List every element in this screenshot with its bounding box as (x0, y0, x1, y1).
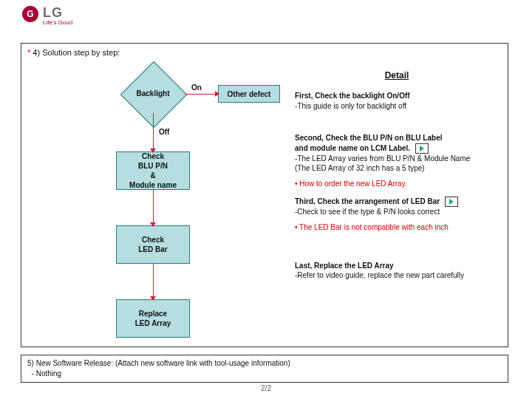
detail-last: Last, Replace the LED Array -Refer to vi… (295, 261, 499, 281)
page-number: 2/2 (0, 384, 532, 392)
section-4-title: * 4) Solution step by step: (27, 48, 120, 57)
detail-second-warning: • How to order the new LED Array. (295, 180, 499, 188)
page: G LG Life's Good * 4) Solution step by s… (0, 0, 532, 399)
edge-on (185, 94, 218, 95)
edge-on-label: On (191, 83, 202, 92)
play-icon[interactable] (415, 143, 429, 154)
section-5-body: - Nothing (32, 369, 62, 378)
detail-third: Third, Check the arrangement of LED Bar … (295, 197, 499, 217)
node-other-defect: Other defect (218, 85, 280, 103)
detail-first-body: -This guide is only for backlight off (295, 102, 406, 110)
flowchart: Backlight Other defect Check BLU P/N & M… (73, 70, 265, 344)
arrow-head-icon (150, 149, 156, 153)
bullet-star: * (27, 48, 30, 57)
node-backlight-label: Backlight (120, 89, 185, 98)
detail-third-body: -Check to see if the type & P/N looks co… (295, 208, 440, 216)
edge-off (153, 113, 154, 151)
node-check-blu-pn: Check BLU P/N & Module name (116, 151, 190, 190)
detail-second: Second, Check the BLU P/N on BLU Label a… (295, 133, 499, 174)
play-icon[interactable] (445, 197, 458, 207)
edge-bar-replace (153, 264, 154, 299)
arrow-head-icon (150, 222, 156, 227)
section-4-box: * 4) Solution step by step: Backlight Ot… (21, 43, 508, 347)
detail-first-title: First, Check the backlight On/Off (295, 92, 410, 100)
section-5-sub: (Attach new software link with tool-usag… (115, 359, 290, 367)
detail-column: Detail First, Check the backlight On/Off… (295, 70, 499, 344)
section-5-box: 5) New Software Release: (Attach new sof… (21, 355, 508, 383)
detail-last-title: Last, Replace the LED Array (295, 262, 394, 270)
node-backlight: Backlight (120, 75, 185, 113)
section-4-title-text: 4) Solution step by step: (33, 48, 120, 57)
logo-text: LG (43, 6, 72, 19)
arrow-head-icon (150, 296, 156, 301)
detail-third-warning: • The LED Bar is not compatible with eac… (295, 223, 499, 231)
detail-last-body: -Refer to video guide, replace the new p… (295, 271, 464, 279)
detail-second-body: -The LED Array varies from BLU P/N & Mod… (295, 154, 470, 173)
detail-heading: Detail (295, 70, 499, 81)
node-replace-led-array: Replace LED Array (116, 299, 190, 338)
edge-pn-bar (153, 190, 154, 225)
detail-third-title: Third, Check the arrangement of LED Bar (295, 197, 440, 205)
logo: G LG Life's Good (22, 6, 72, 26)
logo-mark: G (22, 6, 38, 22)
edge-off-label: Off (159, 128, 169, 136)
section-5-title: 5) New Software Release: (27, 359, 113, 367)
node-check-led-bar: Check LED Bar (116, 225, 190, 264)
detail-first: First, Check the backlight On/Off -This … (295, 91, 499, 111)
logo-tagline: Life's Good (43, 19, 72, 26)
arrow-head-icon (215, 91, 219, 97)
